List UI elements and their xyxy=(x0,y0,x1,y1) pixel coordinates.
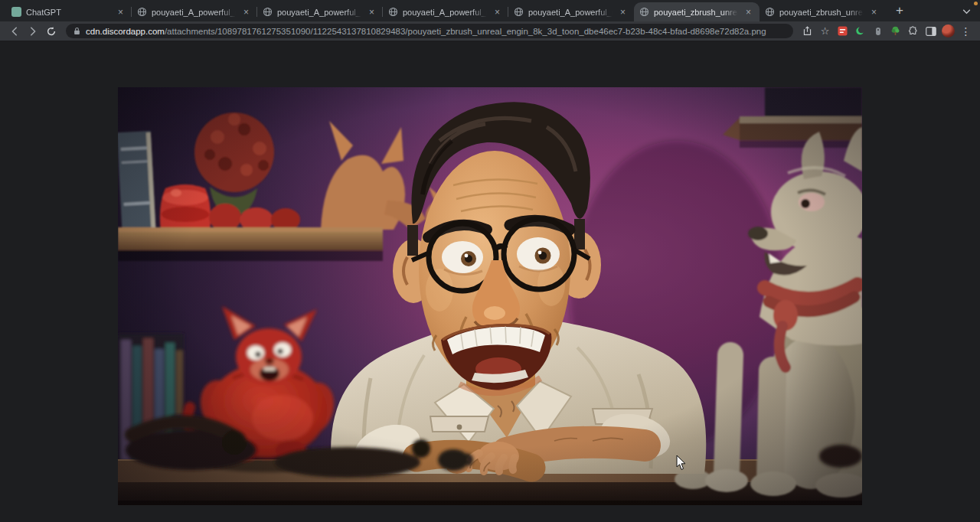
chatgpt-favicon-icon xyxy=(11,7,21,17)
url-path: /attachments/1089781761275351090/1122543… xyxy=(165,27,766,36)
globe-favicon-icon xyxy=(514,7,524,17)
extension-gray-icon[interactable] xyxy=(870,24,886,39)
globe-favicon-icon xyxy=(765,7,775,17)
tab-strip-tabs: ChatGPT × pouyaeti_A_powerful_modern × p… xyxy=(6,2,885,21)
update-notification-dot xyxy=(974,2,978,5)
tab-close-icon[interactable]: × xyxy=(115,6,126,18)
tab-strip: ChatGPT × pouyaeti_A_powerful_modern × p… xyxy=(0,0,980,21)
globe-favicon-icon xyxy=(639,7,649,17)
reload-button[interactable] xyxy=(43,24,60,39)
tab-2[interactable]: pouyaeti_A_powerful_modern × xyxy=(132,2,257,21)
tab-6[interactable]: pouyaeti_zbrush_unreal_engin × xyxy=(634,2,760,21)
address-bar[interactable]: cdn.discordapp.com/attachments/108978176… xyxy=(66,24,793,38)
tab-title: pouyaeti_A_powerful_modern xyxy=(152,8,236,17)
tab-5[interactable]: pouyaeti_A_powerful_modern × xyxy=(508,2,634,21)
tab-4[interactable]: pouyaeti_A_powerful_modern × xyxy=(383,2,508,21)
extensions-puzzle-icon[interactable] xyxy=(905,24,921,39)
lock-icon[interactable] xyxy=(74,27,80,35)
tab-close-icon[interactable]: × xyxy=(366,6,377,18)
extension-red-icon[interactable] xyxy=(835,24,851,39)
share-icon[interactable] xyxy=(799,24,815,39)
tab-title: pouyaeti_A_powerful_modern xyxy=(277,8,361,17)
globe-favicon-icon xyxy=(388,7,398,17)
globe-favicon-icon xyxy=(263,7,273,17)
dark-mode-moon-icon[interactable] xyxy=(852,24,868,39)
tab-title: pouyaeti_A_powerful_modern xyxy=(528,8,612,17)
new-tab-button[interactable]: + xyxy=(890,1,910,21)
browser-toolbar: cdn.discordapp.com/attachments/108978176… xyxy=(0,21,980,41)
side-panel-icon[interactable] xyxy=(923,24,939,39)
forward-button[interactable] xyxy=(24,24,41,39)
tab-close-icon[interactable]: × xyxy=(868,6,880,18)
page-content xyxy=(0,41,980,522)
back-button[interactable] xyxy=(6,24,23,39)
toon-scene xyxy=(118,87,862,505)
tree-extension-icon[interactable] xyxy=(887,24,903,39)
tab-search-chevron-icon[interactable] xyxy=(960,6,972,17)
tab-3[interactable]: pouyaeti_A_powerful_modern × xyxy=(257,2,383,21)
tab-close-icon[interactable]: × xyxy=(240,6,252,18)
discord-image[interactable] xyxy=(118,87,862,505)
bookmark-star-icon[interactable]: ☆ xyxy=(817,24,833,39)
tab-1[interactable]: ChatGPT × xyxy=(6,2,132,21)
profile-avatar[interactable] xyxy=(942,24,955,38)
tab-title: ChatGPT xyxy=(26,8,110,17)
url-text: cdn.discordapp.com/attachments/108978176… xyxy=(86,27,766,36)
tab-title: pouyaeti_A_powerful_modern xyxy=(403,8,487,17)
url-domain: cdn.discordapp.com xyxy=(86,27,165,36)
tab-close-icon[interactable]: × xyxy=(617,6,629,18)
scene-vignette xyxy=(118,87,862,505)
tab-close-icon[interactable]: × xyxy=(492,6,503,18)
tab-close-icon[interactable]: × xyxy=(743,6,754,18)
tab-title: pouyaeti_zbrush_unreal_engin xyxy=(654,8,738,17)
tab-7[interactable]: pouyaeti_zbrush_unreal_engin × xyxy=(760,2,885,21)
menu-kebab-icon[interactable]: ⋮ xyxy=(958,24,974,39)
tab-title: pouyaeti_zbrush_unreal_engin xyxy=(779,8,864,17)
globe-favicon-icon xyxy=(137,7,147,17)
